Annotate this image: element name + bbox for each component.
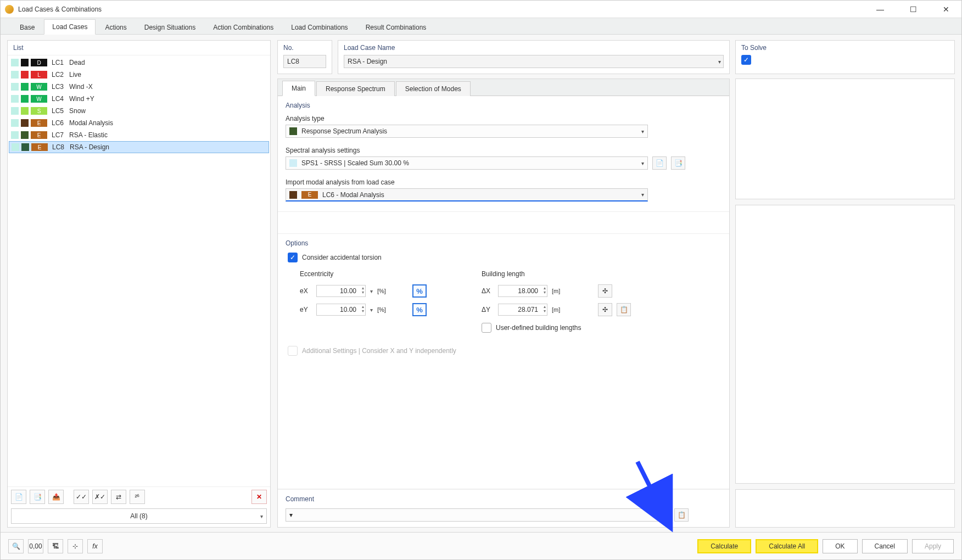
name-title: Load Case Name [344, 44, 724, 52]
list-swatch-a [12, 143, 19, 151]
list-item[interactable]: WLC3Wind -X [9, 81, 269, 93]
side-panels [735, 79, 955, 528]
delete-button[interactable]: ✕ [251, 490, 267, 504]
list-swatch-b [21, 59, 29, 66]
list-name: RSA - Elastic [69, 131, 267, 139]
options-section: Options ✓ Consider accidental torsion Ec… [278, 234, 729, 489]
list-swatch-b [21, 131, 29, 139]
side-box-1 [735, 79, 955, 199]
name-field[interactable]: RSA - Design ▾ [344, 55, 724, 68]
tab-base[interactable]: Base [12, 20, 43, 35]
userdef-lengths-checkbox[interactable]: ✓ [482, 323, 491, 333]
copy-item-button[interactable]: 📑 [30, 490, 45, 504]
dy-measure-button[interactable]: ✣ [598, 303, 612, 316]
check-all-button[interactable]: ✓✓ [74, 490, 89, 504]
list-code: LC3 [49, 83, 67, 91]
comment-field[interactable]: ▾ [286, 508, 670, 522]
maximize-button[interactable]: ☐ [902, 2, 924, 17]
list-code: LC8 [50, 143, 68, 151]
arrow-annotation [632, 456, 698, 533]
side-box-2 [735, 205, 955, 484]
ey-value: 10.00 [340, 306, 356, 313]
options-title: Options [286, 239, 722, 247]
building-title: Building length [482, 270, 631, 278]
ok-button[interactable]: OK [823, 539, 857, 553]
calculate-button[interactable]: Calculate [697, 539, 751, 553]
name-box: Load Case Name RSA - Design ▾ [338, 40, 730, 74]
subtab-main[interactable]: Main [282, 81, 315, 96]
transfer-button[interactable]: 📤 [48, 490, 64, 504]
spectral-value: SPS1 - SRSS | Scaled Sum 30.00 % [301, 159, 409, 167]
node-icon-button[interactable]: ⊹ [68, 539, 83, 553]
list-swatch-a [11, 71, 19, 79]
no-field[interactable]: LC8 [283, 55, 326, 68]
tab-load-combinations[interactable]: Load Combinations [283, 20, 356, 35]
analysis-type-dropdown[interactable]: Response Spectrum Analysis ▾ [286, 125, 648, 138]
spectral-edit-button[interactable]: 📑 [671, 156, 685, 170]
list-swatch-b [21, 83, 29, 91]
ey-input[interactable]: 10.00 ▴▾ [316, 304, 366, 316]
apply-button[interactable]: Apply [912, 539, 954, 553]
name-value: RSA - Design [348, 58, 387, 65]
ex-unit: [%] [377, 288, 393, 294]
spectral-settings-dropdown[interactable]: SPS1 - SRSS | Scaled Sum 30.00 % ▾ [286, 156, 648, 170]
chevron-down-icon: ▾ [641, 128, 644, 135]
new-item-button[interactable]: 📄 [11, 490, 26, 504]
list-badge: W [31, 95, 47, 103]
dx-input[interactable]: 18.000 ▴▾ [498, 285, 547, 297]
list-item[interactable]: ELC8RSA - Design [9, 141, 269, 153]
chevron-down-icon: ▾ [641, 192, 644, 198]
swap-button[interactable]: ⇄ [111, 490, 126, 504]
ey-percent-button[interactable]: % [412, 303, 427, 316]
tab-actions[interactable]: Actions [97, 20, 135, 35]
list-toolbar: 📄 📑 📤 ✓✓ ✗✓ ⇄ ²⁶ ✕ [8, 486, 270, 506]
dx-measure-button[interactable]: ✣ [598, 284, 612, 298]
list-item[interactable]: ELC6Modal Analysis [9, 117, 269, 129]
tab-load-cases[interactable]: Load Cases [44, 19, 96, 35]
renumber-button[interactable]: ²⁶ [130, 490, 145, 504]
dy-input[interactable]: 28.071 ▴▾ [498, 304, 547, 316]
list-item[interactable]: WLC4Wind +Y [9, 93, 269, 105]
list-item[interactable]: LLC2Live [9, 69, 269, 81]
tab-action-combinations[interactable]: Action Combinations [205, 20, 282, 35]
structure-icon-button[interactable]: 🏗 [48, 539, 63, 553]
list-filter-dropdown[interactable]: All (8) ▾ [11, 508, 267, 524]
close-button[interactable]: ✕ [935, 2, 957, 17]
decimal-icon-button[interactable]: 0,00 [28, 539, 43, 553]
import-modal-dropdown[interactable]: E LC6 - Modal Analysis ▾ [286, 188, 648, 201]
svg-line-0 [637, 462, 665, 517]
calculate-all-button[interactable]: Calculate All [756, 539, 818, 553]
analysis-section: Analysis Analysis type Response Spectrum… [278, 96, 729, 212]
chevron-down-icon: ▾ [641, 160, 644, 166]
subtab-selection-of-modes[interactable]: Selection of Modes [396, 81, 471, 96]
list-swatch-a [11, 107, 19, 115]
list-badge: D [31, 59, 47, 66]
list-code: LC7 [49, 131, 67, 139]
to-solve-checkbox[interactable]: ✓ [741, 55, 751, 65]
list-item[interactable]: ELC7RSA - Elastic [9, 129, 269, 141]
tab-design-situations[interactable]: Design Situations [136, 20, 204, 35]
uncheck-all-button[interactable]: ✗✓ [92, 490, 108, 504]
window-title: Load Cases & Combinations [18, 5, 869, 13]
list-name: Live [69, 71, 267, 79]
consider-torsion-checkbox[interactable]: ✓ [288, 253, 298, 262]
spectral-new-button[interactable]: 📄 [652, 156, 667, 170]
sub-tabs: Main Response Spectrum Selection of Mode… [278, 79, 729, 96]
minimize-button[interactable]: — [869, 2, 891, 17]
ex-input[interactable]: 10.00 ▴▾ [316, 285, 366, 297]
tab-result-combinations[interactable]: Result Combinations [357, 20, 435, 35]
dx-value: 18.000 [518, 287, 538, 295]
list-swatch-b [21, 95, 29, 103]
list-name: Dead [69, 59, 267, 66]
list-name: RSA - Design [70, 143, 266, 151]
list-item[interactable]: DLC1Dead [9, 57, 269, 69]
cancel-button[interactable]: Cancel [862, 539, 908, 553]
dy-copy-button[interactable]: 📋 [617, 303, 631, 316]
spectral-swatch [289, 159, 297, 167]
ex-percent-button[interactable]: % [412, 284, 427, 298]
fx-icon-button[interactable]: fx [87, 539, 103, 553]
list-item[interactable]: SLC5Snow [9, 105, 269, 117]
analysis-type-swatch [289, 127, 297, 135]
search-icon-button[interactable]: 🔍 [8, 539, 24, 553]
subtab-response-spectrum[interactable]: Response Spectrum [316, 81, 395, 96]
